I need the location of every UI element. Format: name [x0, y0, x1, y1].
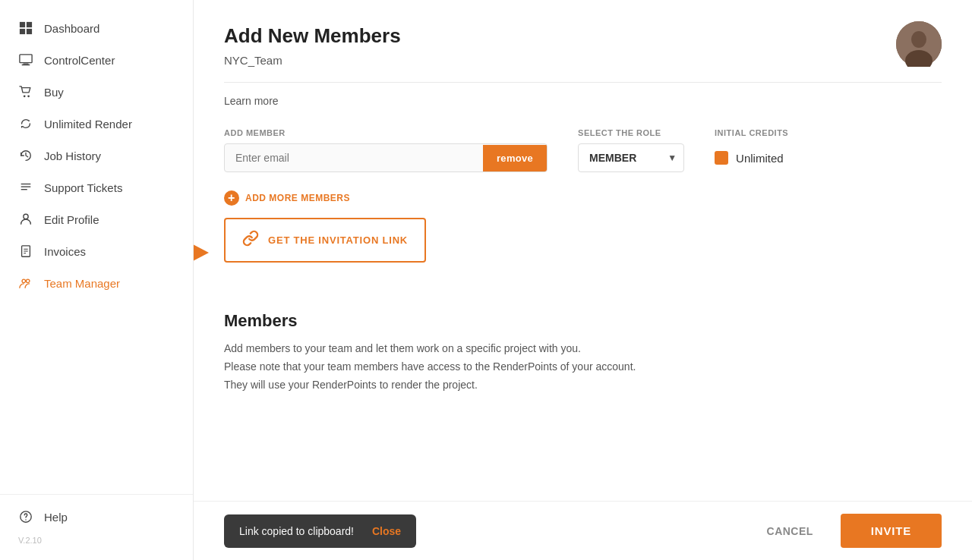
- invite-button[interactable]: INVITE: [841, 514, 942, 548]
- sidebar-item-label: Buy: [44, 86, 64, 99]
- version-label: V.2.10: [0, 533, 193, 548]
- email-input[interactable]: [225, 144, 483, 171]
- page-title: Add New Members: [224, 24, 942, 48]
- refresh-icon: [18, 116, 33, 131]
- members-desc-3: They will use your RenderPoints to rende…: [224, 376, 942, 395]
- role-select-wrap: MEMBER ADMIN VIEWER ▼: [578, 143, 684, 172]
- add-more-members-button[interactable]: + ADD MORE MEMBERS: [224, 190, 942, 206]
- invitation-link-button[interactable]: GET THE INVITATION LINK: [224, 218, 426, 263]
- history-icon: [18, 148, 33, 163]
- divider: [224, 82, 942, 83]
- toast-message: Link copied to clipboard!: [239, 525, 354, 537]
- sidebar-item-unlimited-render[interactable]: Unlimited Render: [0, 108, 193, 140]
- toast-notification: Link copied to clipboard! Close: [224, 514, 416, 548]
- remove-button[interactable]: remove: [483, 145, 547, 171]
- sidebar: Dashboard ControlCenter Buy Unlimited Re…: [0, 0, 194, 560]
- members-desc-2: Please note that your team members have …: [224, 358, 942, 376]
- group-icon: [18, 275, 33, 291]
- svg-point-22: [911, 31, 926, 48]
- add-member-group: ADD MEMBER remove: [224, 128, 548, 172]
- link-icon: [242, 230, 259, 250]
- invitation-link-label: GET THE INVITATION LINK: [268, 234, 408, 246]
- sidebar-item-controlcenter[interactable]: ControlCenter: [0, 44, 193, 76]
- sidebar-item-buy[interactable]: Buy: [0, 76, 193, 108]
- cancel-button[interactable]: CANCEL: [752, 516, 828, 546]
- sidebar-item-label: Unlimited Render: [44, 118, 132, 131]
- svg-point-12: [24, 214, 28, 219]
- role-select[interactable]: MEMBER ADMIN VIEWER: [578, 143, 684, 172]
- sidebar-item-edit-profile[interactable]: Edit Profile: [0, 203, 193, 235]
- sidebar-item-dashboard[interactable]: Dashboard: [0, 12, 193, 44]
- credits-text: Unlimited: [736, 152, 784, 165]
- sidebar-item-label: Help: [44, 511, 68, 524]
- sidebar-item-job-history[interactable]: Job History: [0, 140, 193, 171]
- svg-point-8: [27, 96, 30, 98]
- svg-point-18: [26, 279, 30, 283]
- svg-rect-5: [23, 64, 28, 64]
- email-input-wrap: remove: [224, 143, 548, 172]
- list-icon: [18, 180, 33, 195]
- sidebar-item-invoices[interactable]: Invoices: [0, 235, 193, 267]
- sidebar-item-label: Job History: [44, 149, 101, 162]
- cart-icon: [18, 84, 33, 99]
- arrow-indicator: [194, 236, 213, 269]
- toast-close-button[interactable]: Close: [372, 525, 401, 537]
- sidebar-item-label: Edit Profile: [44, 213, 99, 226]
- svg-rect-6: [22, 64, 30, 65]
- grid-icon: [18, 20, 33, 36]
- credits-dot-icon: [715, 151, 728, 165]
- main-content: Add New Members NYC_Team Learn more ADD …: [194, 0, 972, 560]
- person-icon: [18, 212, 33, 227]
- svg-point-7: [24, 96, 26, 98]
- sidebar-item-label: Invoices: [44, 245, 86, 258]
- team-name: NYC_Team: [224, 54, 942, 67]
- learn-more-link[interactable]: Learn more: [224, 95, 942, 107]
- sidebar-item-label: Dashboard: [44, 22, 99, 35]
- form-row: ADD MEMBER remove SELECT THE ROLE MEMBER…: [224, 128, 942, 172]
- avatar: [896, 21, 942, 67]
- svg-rect-1: [27, 22, 32, 27]
- svg-marker-24: [194, 244, 209, 262]
- svg-rect-2: [20, 29, 25, 34]
- add-member-label: ADD MEMBER: [224, 128, 548, 137]
- add-circle-icon: +: [224, 190, 239, 206]
- svg-point-20: [25, 519, 26, 520]
- invitation-section: GET THE INVITATION LINK: [224, 218, 426, 287]
- bottom-bar: Link copied to clipboard! Close CANCEL I…: [194, 501, 972, 560]
- sidebar-item-team-manager[interactable]: Team Manager: [0, 267, 193, 299]
- monitor-icon: [18, 52, 33, 68]
- avatar-image: [896, 21, 942, 67]
- initial-credits-group: INITIAL CREDITS Unlimited: [715, 128, 788, 172]
- sidebar-item-label: Team Manager: [44, 277, 120, 290]
- credits-value: Unlimited: [715, 143, 788, 172]
- initial-credits-label: INITIAL CREDITS: [715, 128, 788, 137]
- sidebar-item-label: Support Tickets: [44, 181, 122, 194]
- members-description: Add members to your team and let them wo…: [224, 340, 942, 394]
- sidebar-item-support-tickets[interactable]: Support Tickets: [0, 171, 193, 203]
- help-icon: [18, 509, 33, 524]
- svg-rect-0: [20, 22, 25, 27]
- select-role-label: SELECT THE ROLE: [578, 128, 684, 137]
- add-more-label: ADD MORE MEMBERS: [245, 193, 350, 203]
- document-icon: [18, 244, 33, 259]
- members-title: Members: [224, 311, 942, 331]
- svg-point-17: [22, 279, 26, 283]
- sidebar-bottom: Help V.2.10: [0, 494, 193, 548]
- sidebar-item-help[interactable]: Help: [0, 501, 193, 533]
- select-role-group: SELECT THE ROLE MEMBER ADMIN VIEWER ▼: [578, 128, 684, 172]
- svg-rect-4: [20, 55, 32, 63]
- svg-rect-3: [27, 29, 32, 34]
- members-desc-1: Add members to your team and let them wo…: [224, 340, 942, 358]
- sidebar-item-label: ControlCenter: [44, 54, 115, 67]
